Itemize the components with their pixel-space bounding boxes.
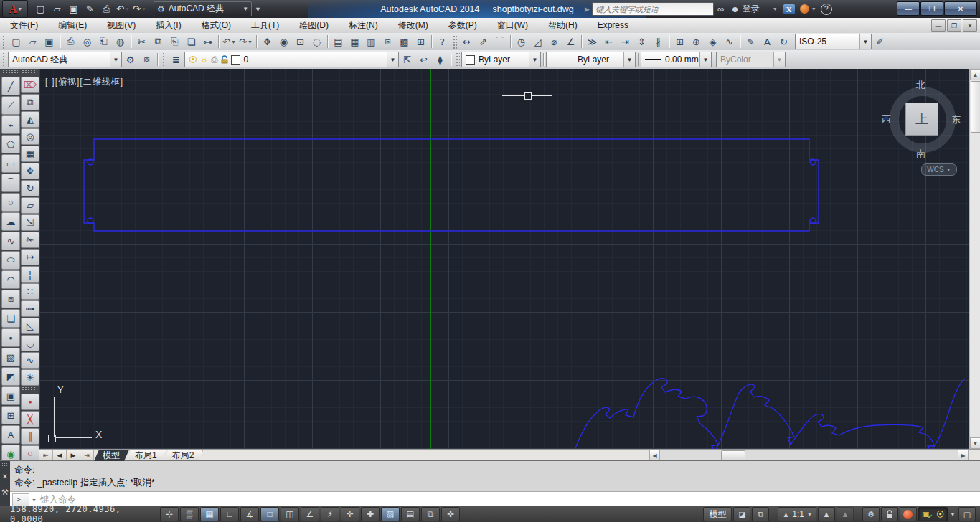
collapse-arrow-icon[interactable]: ▶ <box>585 6 590 13</box>
scroll-left-button[interactable]: ◀ <box>649 450 660 461</box>
open-file-button[interactable]: ▱ <box>49 1 65 16</box>
bulb-icon[interactable]: ⦿ <box>936 510 944 518</box>
dim-inspect-button[interactable]: ◈ <box>705 34 721 49</box>
layer-combo[interactable]: ⦿ ☼ ⎙ 0 ▼ <box>184 52 399 67</box>
viewcube-east-label[interactable]: 东 <box>951 113 961 126</box>
trim-button[interactable]: ✁ <box>21 232 39 248</box>
quick-dimension-button[interactable]: ≫ <box>584 34 600 49</box>
ellipse-button[interactable]: ⬭ <box>1 251 20 270</box>
polar-tracking-button[interactable]: ∡ <box>240 507 259 521</box>
quick-properties-button[interactable]: ▤ <box>401 507 420 521</box>
scroll-up-button[interactable]: ▲ <box>970 69 980 80</box>
minimize-button[interactable]: — <box>897 1 920 16</box>
doc-minimize-button[interactable]: — <box>931 19 946 32</box>
dim-angular-button[interactable]: ∠ <box>562 34 579 49</box>
lineweight-display-button[interactable]: ✚ <box>361 507 380 521</box>
ortho-mode-button[interactable]: ∟ <box>220 507 239 521</box>
make-object-layer-current-button[interactable]: ⇱ <box>399 52 415 67</box>
sign-in-button[interactable]: ☻ 登录 ▼ <box>730 3 778 15</box>
multiline-text-button[interactable]: A <box>1 425 20 444</box>
horizontal-scrollbar[interactable]: ◀ ▶ <box>649 450 969 461</box>
quick-view-layouts-button[interactable]: ◪ <box>733 507 750 521</box>
designcenter-button[interactable]: ▦ <box>347 34 363 49</box>
zoom-window-button[interactable]: ⊡ <box>292 34 308 49</box>
revision-cloud-button[interactable]: ☁ <box>1 212 20 231</box>
chevron-down-icon[interactable]: ▼ <box>529 52 540 67</box>
menu-express[interactable]: Express <box>588 18 639 33</box>
dim-break-button[interactable]: ∦ <box>650 34 666 49</box>
toolbar-grip[interactable] <box>452 34 457 49</box>
selection-cycling-button[interactable]: ⧉ <box>421 507 440 521</box>
maximize-button[interactable]: ❐ <box>920 1 943 16</box>
menu-modify[interactable]: 修改(M) <box>388 18 438 33</box>
workspace-switcher[interactable]: ⚙ AutoCAD 经典 ▼ <box>154 1 252 16</box>
vertical-scroll-thumb[interactable] <box>971 81 980 133</box>
save-as-button[interactable]: ✎ <box>82 1 98 16</box>
plot-preview-button[interactable]: ◎ <box>79 34 95 49</box>
snap-tangent-button[interactable]: ○ <box>21 445 39 460</box>
scroll-down-button[interactable]: ▼ <box>970 437 980 449</box>
rotate-button[interactable]: ↻ <box>21 180 39 196</box>
exchange-apps-button[interactable]: X <box>783 4 795 14</box>
dim-jogged-linear-button[interactable]: ∿ <box>721 34 738 49</box>
object-snap-tracking-button[interactable]: ∠ <box>301 507 319 521</box>
menu-draw[interactable]: 绘图(D) <box>289 18 339 33</box>
menu-format[interactable]: 格式(O) <box>192 18 241 33</box>
save-button[interactable]: ▣ <box>65 1 82 16</box>
open-file-button[interactable]: ▱ <box>24 34 41 49</box>
dynamic-input-button[interactable]: ✛ <box>341 507 359 521</box>
copy-clip-button[interactable]: ⧉ <box>150 34 166 49</box>
table-button[interactable]: ⊞ <box>1 406 20 424</box>
break-at-point-button[interactable]: ¦ <box>21 266 39 283</box>
menu-view[interactable]: 视图(V) <box>97 18 146 33</box>
help-icon[interactable]: ? <box>821 4 832 15</box>
3d-dwf-button[interactable]: ◍ <box>112 34 128 49</box>
chevron-down-icon[interactable]: ▼ <box>623 52 635 67</box>
add-selected-button[interactable]: ◉ <box>1 445 20 460</box>
toolbar-grip[interactable] <box>22 70 37 76</box>
chamfer-button[interactable]: ◺ <box>21 318 39 334</box>
dropdown-arrow-icon[interactable]: ▼ <box>231 39 236 44</box>
toolbar-grip[interactable] <box>455 52 460 67</box>
copy-button[interactable]: ⧉ <box>21 94 39 110</box>
viewcube-west-label[interactable]: 西 <box>882 113 891 126</box>
redo-button[interactable]: ↷▼ <box>237 34 254 49</box>
infer-constraints-button[interactable]: ⊹ <box>160 507 179 521</box>
dim-diameter-button[interactable]: ⌀ <box>546 34 562 49</box>
menu-dimension[interactable]: 标注(N) <box>339 18 388 33</box>
horizontal-scroll-thumb[interactable] <box>721 450 745 461</box>
center-mark-button[interactable]: ⊕ <box>688 34 705 49</box>
workspace-settings-button[interactable]: ⚙ <box>122 52 138 67</box>
viewcube-north-label[interactable]: 北 <box>916 79 925 92</box>
scale-button[interactable]: ▱ <box>21 197 39 214</box>
menu-parametric[interactable]: 参数(P) <box>438 18 487 33</box>
menu-file[interactable]: 文件(F) <box>0 18 48 33</box>
model-space-button[interactable]: 模型 <box>703 507 732 521</box>
wrench-icon[interactable]: ⚒ <box>1 488 9 497</box>
markup-set-manager-button[interactable]: ▩ <box>396 34 413 49</box>
toolbar-grip[interactable] <box>2 70 18 76</box>
explode-button[interactable]: ✳ <box>21 369 39 386</box>
toolbar-grip[interactable] <box>1 34 6 49</box>
dynamic-ucs-button[interactable]: ⚡ <box>321 507 339 521</box>
dim-continue-button[interactable]: ⇥ <box>617 34 633 49</box>
chevron-down-icon[interactable]: ▼ <box>32 498 37 503</box>
layer-properties-manager-button[interactable]: ≣ <box>168 52 184 67</box>
line-button[interactable]: ╱ <box>1 77 20 95</box>
spline-button[interactable]: ∿ <box>1 232 20 250</box>
blend-curves-button[interactable]: ∿ <box>21 352 39 369</box>
undo-button[interactable]: ↶▼ <box>115 1 131 16</box>
dim-jogged-button[interactable]: ◿ <box>529 34 546 49</box>
plot-button[interactable]: ⎙ <box>98 1 115 16</box>
scroll-right-button[interactable]: ▶ <box>958 450 969 461</box>
toolbar-grip[interactable] <box>22 386 37 393</box>
tab-layout1[interactable]: 布局1 <box>126 450 166 461</box>
arc-button[interactable]: ⌒ <box>1 174 20 192</box>
menu-tools[interactable]: 工具(T) <box>241 18 289 33</box>
zoom-previous-button[interactable]: ◌ <box>308 34 325 49</box>
dim-radius-button[interactable]: ◷ <box>513 34 529 49</box>
ellipse-arc-button[interactable]: ◠ <box>1 270 20 289</box>
dim-update-button[interactable]: ↻ <box>776 34 792 49</box>
undo-button[interactable]: ↶▼ <box>221 34 237 49</box>
chevron-down-icon[interactable]: ▼ <box>699 52 711 67</box>
